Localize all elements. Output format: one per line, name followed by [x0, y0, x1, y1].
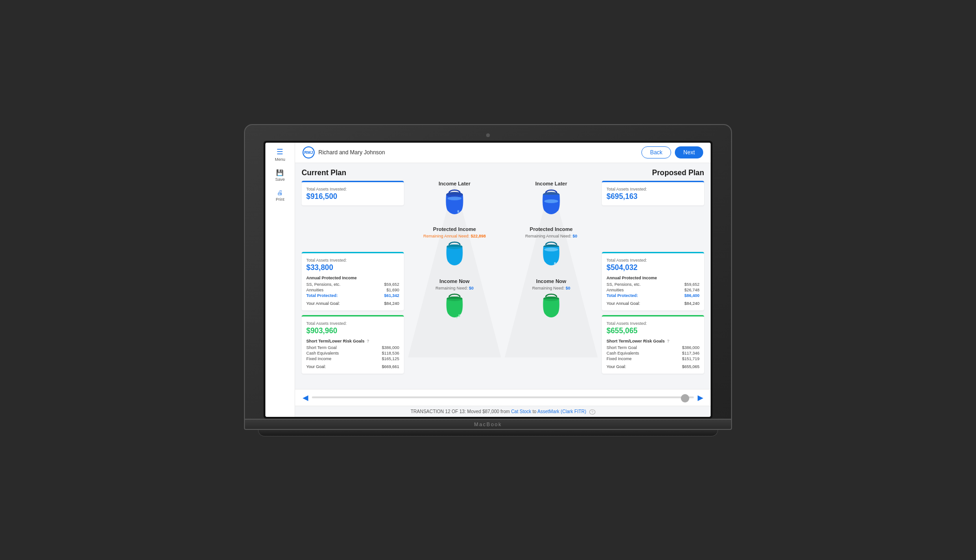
proposed-protected-annual-title: Annual Protected Income — [607, 276, 699, 280]
back-button[interactable]: Back — [641, 146, 672, 158]
sidebar-item-print[interactable]: 🖨 Print — [276, 189, 284, 202]
transaction-from-link[interactable]: Cat Stock — [511, 409, 531, 414]
proposed-protected-annuities-row: Annuities $26,748 — [607, 287, 699, 293]
current-protected-info: Annual Protected Income SS, Pensions, et… — [306, 276, 399, 298]
proposed-protected-bucket-svg — [537, 240, 565, 268]
sidebar: ☰ Menu 💾 Save 🖨 Print — [265, 143, 295, 417]
print-icon: 🖨 — [277, 189, 283, 196]
current-income-now-info: Short Term/Lower Risk Goals ? Short Term… — [306, 339, 399, 362]
proposed-protected-ss-row: SS, Pensions, etc. $59,652 — [607, 282, 699, 287]
current-protected-goal-row: Your Annual Goal: $84,240 — [306, 301, 399, 306]
svg-point-18 — [543, 296, 559, 301]
current-income-now-assets-label: Total Assets Invested: — [306, 321, 399, 326]
svg-point-6 — [447, 244, 462, 249]
avatar-text: RMJ — [304, 150, 313, 155]
proposed-income-now-label: Income Now — [536, 278, 567, 284]
current-protected-total-row: Total Protected: $61,342 — [306, 293, 399, 298]
next-button[interactable]: Next — [675, 146, 703, 158]
sidebar-save-label: Save — [275, 177, 285, 182]
svg-point-10 — [456, 316, 458, 318]
current-income-later-bucket-svg — [441, 188, 468, 216]
proposed-goals-help-icon: ? — [667, 339, 670, 343]
current-goals-help-icon: ? — [367, 339, 369, 343]
client-name: Richard and Mary Johnson — [318, 149, 385, 156]
proposed-income-later-assets-value: $695,163 — [607, 192, 699, 201]
proposed-income-later-label: Income Later — [535, 181, 567, 186]
sidebar-item-save[interactable]: 💾 Save — [275, 169, 285, 182]
current-protected-label: Protected Income — [433, 226, 476, 232]
svg-point-15 — [544, 248, 558, 251]
transaction-text: TRANSACTION 12 OF 13: Moved $87,000 from — [410, 409, 509, 414]
scroll-track[interactable] — [312, 396, 694, 398]
current-income-now-goal-row: Your Goal: $669,661 — [306, 364, 399, 369]
proposed-income-later-bucket: Income Later — [535, 181, 567, 216]
transaction-to-text: to — [533, 409, 536, 414]
laptop-brand: MacBook — [474, 422, 502, 427]
proposed-protected-total-row: Total Protected: $86,400 — [607, 293, 699, 298]
current-protected-annual-title: Annual Protected Income — [306, 276, 399, 280]
transaction-bar: TRANSACTION 12 OF 13: Moved $87,000 from… — [295, 406, 711, 417]
current-income-later-assets-value: $916,500 — [306, 192, 399, 201]
scroll-left-arrow[interactable]: ◀ — [303, 393, 308, 402]
current-protected-annuities-row: Annuities $1,690 — [306, 287, 399, 293]
current-income-now-assets-value: $903,960 — [306, 327, 399, 335]
save-icon: 💾 — [276, 169, 284, 176]
current-protected-ss-row: SS, Pensions, etc. $59,652 — [306, 282, 399, 287]
sidebar-print-label: Print — [276, 197, 284, 202]
proposed-income-now-card: Total Assets Invested: $655,065 Short Te… — [602, 315, 704, 374]
proposed-income-now-remaining: Remaining Need: $0 — [532, 286, 570, 290]
svg-point-16 — [554, 262, 556, 265]
proposed-fixed-income-row: Fixed Income $151,719 — [607, 356, 699, 362]
current-income-now-bucket-svg — [441, 292, 468, 320]
proposed-protected-label: Protected Income — [530, 226, 573, 232]
proposed-income-now-goals-title: Short Term/Lower Risk Goals ? — [607, 339, 699, 343]
laptop-camera — [486, 133, 490, 137]
current-protected-assets-value: $33,800 — [306, 264, 399, 272]
proposed-protected-assets-label: Total Assets Invested: — [607, 258, 699, 263]
current-protected-bucket: Protected Income Remaining Annual Need: … — [423, 226, 486, 268]
current-income-later-bucket: Income Later — [439, 181, 470, 216]
proposed-short-term-row: Short Term Goal $386,000 — [607, 345, 699, 350]
scroll-thumb[interactable] — [681, 394, 689, 402]
header: RMJ Richard and Mary Johnson Back Next — [295, 143, 711, 163]
current-plan-title: Current Plan — [302, 169, 404, 177]
svg-point-8 — [447, 296, 462, 301]
current-income-now-card: Total Assets Invested: $903,960 Short Te… — [302, 315, 404, 374]
svg-point-9 — [458, 314, 460, 317]
current-income-now-remaining: Remaining Need: $0 — [435, 286, 474, 290]
sidebar-menu-label: Menu — [275, 157, 285, 162]
proposed-income-now-assets-label: Total Assets Invested: — [607, 321, 699, 326]
current-income-now-label: Income Now — [440, 278, 470, 284]
menu-icon: ☰ — [277, 147, 283, 156]
scroll-right-arrow[interactable]: ▶ — [698, 393, 703, 402]
current-income-later-assets-label: Total Assets Invested: — [306, 187, 399, 191]
proposed-income-later-card: Total Assets Invested: $695,163 — [602, 181, 704, 205]
laptop-base — [258, 430, 718, 436]
proposed-income-now-assets-value: $655,065 — [607, 327, 699, 335]
transaction-to-link[interactable]: AssetMark (Clark FITR) — [537, 409, 586, 414]
proposed-income-later-assets-label: Total Assets Invested: — [607, 187, 699, 191]
current-plan-column: Current Plan Total Assets Invested: $916… — [302, 169, 404, 374]
proposed-protected-assets-value: $504,032 — [607, 264, 699, 272]
proposed-protected-remaining: Remaining Annual Need: $0 — [525, 234, 577, 238]
sidebar-item-menu[interactable]: ☰ Menu — [275, 147, 285, 162]
svg-point-4 — [457, 210, 459, 213]
proposed-protected-goal-row: Your Annual Goal: $84,240 — [607, 301, 699, 306]
current-protected-card: Total Assets Invested: $33,800 Annual Pr… — [302, 252, 404, 310]
proposed-cash-eq-row: Cash Equivalents $117,346 — [607, 350, 699, 356]
scrollbar-row: ◀ ▶ — [295, 389, 711, 406]
proposed-protected-bucket: Protected Income Remaining Annual Need: … — [525, 226, 577, 268]
proposed-income-later-bucket-svg — [537, 188, 565, 216]
header-buttons: Back Next — [641, 146, 703, 158]
current-income-now-bucket: Income Now Remaining Need: $0 — [435, 278, 474, 320]
svg-point-13 — [544, 199, 558, 203]
current-fixed-income-row: Fixed Income $165,125 — [306, 356, 399, 362]
current-income-later-label: Income Later — [439, 181, 470, 186]
current-cash-eq-row: Cash Equivalents $118,536 — [306, 350, 399, 356]
middle-buckets: Income Later — [409, 169, 597, 374]
proposed-plan-column: Proposed Plan Total Assets Invested: $69… — [602, 169, 704, 374]
proposed-income-now-info: Short Term/Lower Risk Goals ? Short Term… — [607, 339, 699, 362]
transaction-help-icon[interactable]: ? — [589, 409, 595, 415]
avatar: RMJ — [303, 146, 315, 158]
proposed-protected-card: Total Assets Invested: $504,032 Annual P… — [602, 252, 704, 310]
